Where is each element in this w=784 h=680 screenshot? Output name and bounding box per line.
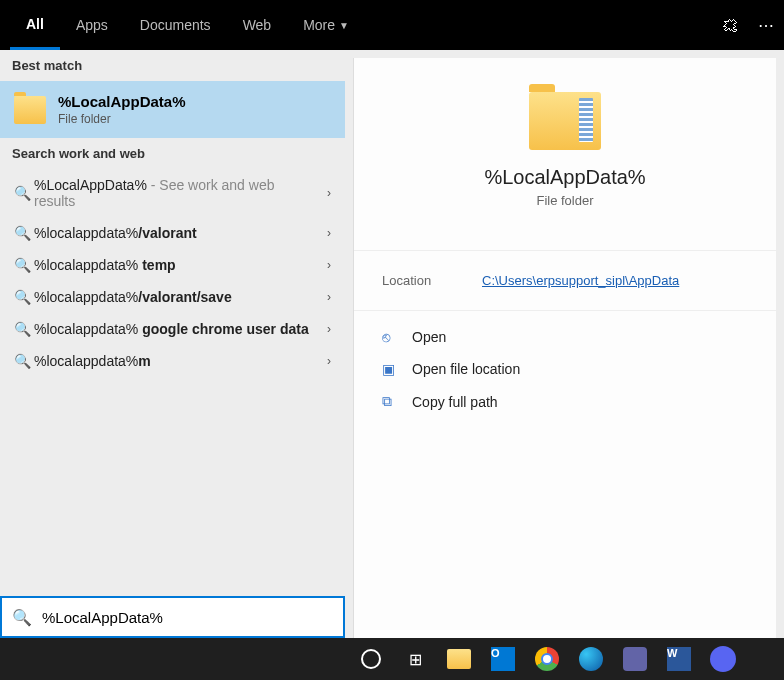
web-section-header: Search work and web <box>0 138 345 169</box>
chevron-down-icon: ▼ <box>339 20 349 31</box>
best-match-subtitle: File folder <box>58 112 186 126</box>
search-icon: 🔍 <box>14 225 34 241</box>
word-icon[interactable]: W <box>663 643 695 675</box>
preview-subtitle: File folder <box>374 193 756 208</box>
chevron-right-icon: › <box>327 354 331 368</box>
preview-title: %LocalAppData% <box>374 166 756 189</box>
cortana-icon[interactable] <box>355 643 387 675</box>
folder-open-icon: ▣ <box>382 361 398 377</box>
tab-web[interactable]: Web <box>227 0 288 50</box>
search-icon: 🔍 <box>14 353 34 369</box>
search-icon: 🔍 <box>14 321 34 337</box>
search-input[interactable] <box>42 609 333 626</box>
location-label: Location <box>382 273 482 288</box>
tab-more[interactable]: More▼ <box>287 0 365 50</box>
location-link[interactable]: C:\Users\erpsupport_sipl\AppData <box>482 273 679 288</box>
preview-panel: %LocalAppData% File folder Location C:\U… <box>353 58 776 638</box>
more-options-icon[interactable]: ⋯ <box>758 16 774 35</box>
chrome-icon[interactable] <box>531 643 563 675</box>
edge-icon[interactable] <box>575 643 607 675</box>
action-open[interactable]: ⎋ Open <box>376 321 754 353</box>
web-result[interactable]: 🔍 %localappdata%m › <box>0 345 345 377</box>
open-icon: ⎋ <box>382 329 398 345</box>
feedback-icon[interactable]: 🗯 <box>722 16 738 35</box>
action-copy-path[interactable]: ⧉ Copy full path <box>376 385 754 418</box>
chevron-right-icon: › <box>327 258 331 272</box>
folder-icon <box>14 96 46 124</box>
search-icon: 🔍 <box>14 257 34 273</box>
chevron-right-icon: › <box>327 322 331 336</box>
best-match-header: Best match <box>0 50 345 81</box>
action-open-location[interactable]: ▣ Open file location <box>376 353 754 385</box>
taskbar: ⊞ O W <box>0 638 784 680</box>
chevron-right-icon: › <box>327 290 331 304</box>
teams-icon[interactable] <box>619 643 651 675</box>
results-panel: Best match %LocalAppData% File folder Se… <box>0 50 345 638</box>
discord-icon[interactable] <box>707 643 739 675</box>
outlook-icon[interactable]: O <box>487 643 519 675</box>
best-match-title: %LocalAppData% <box>58 93 186 110</box>
search-icon: 🔍 <box>14 289 34 305</box>
web-result[interactable]: 🔍 %localappdata%/valorant/save › <box>0 281 345 313</box>
web-result[interactable]: 🔍 %localappdata% google chrome user data… <box>0 313 345 345</box>
folder-icon <box>529 92 601 150</box>
search-box[interactable]: 🔍 <box>0 596 345 638</box>
web-result[interactable]: 🔍 %LocalAppData% - See work and web resu… <box>0 169 345 217</box>
chevron-right-icon: › <box>327 186 331 200</box>
tab-documents[interactable]: Documents <box>124 0 227 50</box>
best-match-result[interactable]: %LocalAppData% File folder <box>0 81 345 138</box>
search-tabs: All Apps Documents Web More▼ 🗯 ⋯ <box>0 0 784 50</box>
file-explorer-icon[interactable] <box>443 643 475 675</box>
tab-apps[interactable]: Apps <box>60 0 124 50</box>
task-view-icon[interactable]: ⊞ <box>399 643 431 675</box>
chevron-right-icon: › <box>327 226 331 240</box>
web-result[interactable]: 🔍 %localappdata%/valorant › <box>0 217 345 249</box>
web-result[interactable]: 🔍 %localappdata% temp › <box>0 249 345 281</box>
search-icon: 🔍 <box>14 185 34 201</box>
copy-icon: ⧉ <box>382 393 398 410</box>
search-icon: 🔍 <box>12 608 32 627</box>
tab-all[interactable]: All <box>10 0 60 50</box>
